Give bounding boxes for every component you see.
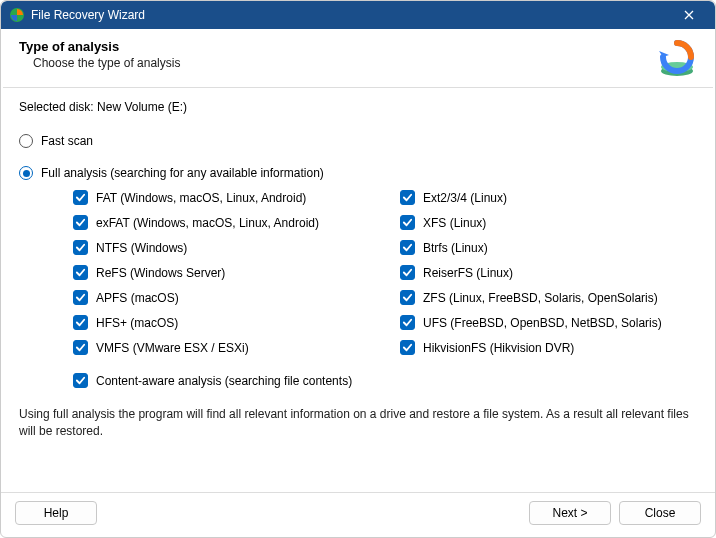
fs-checkbox-c1-2[interactable]: NTFS (Windows) <box>73 240 370 255</box>
titlebar: File Recovery Wizard <box>1 1 715 29</box>
checkbox-icon <box>73 315 88 330</box>
close-window-button[interactable] <box>669 1 709 29</box>
checkbox-icon <box>400 265 415 280</box>
fs-label: HFS+ (macOS) <box>96 316 178 330</box>
fast-scan-radio[interactable]: Fast scan <box>19 134 697 148</box>
fs-checkbox-c2-5[interactable]: UFS (FreeBSD, OpenBSD, NetBSD, Solaris) <box>400 315 697 330</box>
next-button[interactable]: Next > <box>529 501 611 525</box>
wizard-icon <box>657 39 697 79</box>
footer: Help Next > Close <box>1 492 715 537</box>
fs-checkbox-c2-3[interactable]: ReiserFS (Linux) <box>400 265 697 280</box>
checkbox-icon <box>73 290 88 305</box>
window-title: File Recovery Wizard <box>31 8 145 22</box>
checkbox-icon <box>400 240 415 255</box>
fs-checkbox-c1-0[interactable]: FAT (Windows, macOS, Linux, Android) <box>73 190 370 205</box>
content-aware-checkbox[interactable]: Content-aware analysis (searching file c… <box>73 373 697 388</box>
radio-icon <box>19 166 33 180</box>
radio-icon <box>19 134 33 148</box>
checkbox-icon <box>73 265 88 280</box>
full-analysis-radio[interactable]: Full analysis (searching for any availab… <box>19 166 697 180</box>
fs-checkbox-c2-2[interactable]: Btrfs (Linux) <box>400 240 697 255</box>
checkbox-icon <box>73 373 88 388</box>
fs-checkbox-c2-0[interactable]: Ext2/3/4 (Linux) <box>400 190 697 205</box>
close-icon <box>684 10 694 20</box>
fs-label: Ext2/3/4 (Linux) <box>423 191 507 205</box>
close-button[interactable]: Close <box>619 501 701 525</box>
fs-label: FAT (Windows, macOS, Linux, Android) <box>96 191 306 205</box>
content-aware-label: Content-aware analysis (searching file c… <box>96 374 352 388</box>
wizard-header: Type of analysis Choose the type of anal… <box>1 29 715 87</box>
checkbox-icon <box>73 215 88 230</box>
fs-label: HikvisionFS (Hikvision DVR) <box>423 341 574 355</box>
fs-checkbox-c1-5[interactable]: HFS+ (macOS) <box>73 315 370 330</box>
checkbox-icon <box>73 340 88 355</box>
fast-scan-label: Fast scan <box>41 134 93 148</box>
fs-checkbox-c1-4[interactable]: APFS (macOS) <box>73 290 370 305</box>
checkbox-icon <box>400 315 415 330</box>
help-button[interactable]: Help <box>15 501 97 525</box>
full-analysis-label: Full analysis (searching for any availab… <box>41 166 324 180</box>
fs-label: APFS (macOS) <box>96 291 179 305</box>
fs-checkbox-c2-4[interactable]: ZFS (Linux, FreeBSD, Solaris, OpenSolari… <box>400 290 697 305</box>
fs-label: XFS (Linux) <box>423 216 486 230</box>
page-heading: Type of analysis <box>19 39 657 54</box>
fs-label: exFAT (Windows, macOS, Linux, Android) <box>96 216 319 230</box>
fs-label: VMFS (VMware ESX / ESXi) <box>96 341 249 355</box>
fs-label: ZFS (Linux, FreeBSD, Solaris, OpenSolari… <box>423 291 658 305</box>
fs-checkbox-c1-1[interactable]: exFAT (Windows, macOS, Linux, Android) <box>73 215 370 230</box>
filesystem-grid: FAT (Windows, macOS, Linux, Android)Ext2… <box>73 190 697 355</box>
checkbox-icon <box>400 215 415 230</box>
checkbox-icon <box>73 240 88 255</box>
fs-checkbox-c1-6[interactable]: VMFS (VMware ESX / ESXi) <box>73 340 370 355</box>
fs-checkbox-c2-1[interactable]: XFS (Linux) <box>400 215 697 230</box>
fs-label: ReFS (Windows Server) <box>96 266 225 280</box>
content-area: Selected disk: New Volume (E:) Fast scan… <box>1 88 715 492</box>
analysis-description: Using full analysis the program will fin… <box>19 406 697 440</box>
fs-label: NTFS (Windows) <box>96 241 187 255</box>
selected-disk-label: Selected disk: New Volume (E:) <box>19 100 697 114</box>
fs-checkbox-c1-3[interactable]: ReFS (Windows Server) <box>73 265 370 280</box>
fs-label: ReiserFS (Linux) <box>423 266 513 280</box>
app-icon <box>9 7 25 23</box>
checkbox-icon <box>400 340 415 355</box>
checkbox-icon <box>73 190 88 205</box>
checkbox-icon <box>400 290 415 305</box>
fs-checkbox-c2-6[interactable]: HikvisionFS (Hikvision DVR) <box>400 340 697 355</box>
page-subheading: Choose the type of analysis <box>33 56 657 70</box>
fs-label: UFS (FreeBSD, OpenBSD, NetBSD, Solaris) <box>423 316 662 330</box>
fs-label: Btrfs (Linux) <box>423 241 488 255</box>
checkbox-icon <box>400 190 415 205</box>
